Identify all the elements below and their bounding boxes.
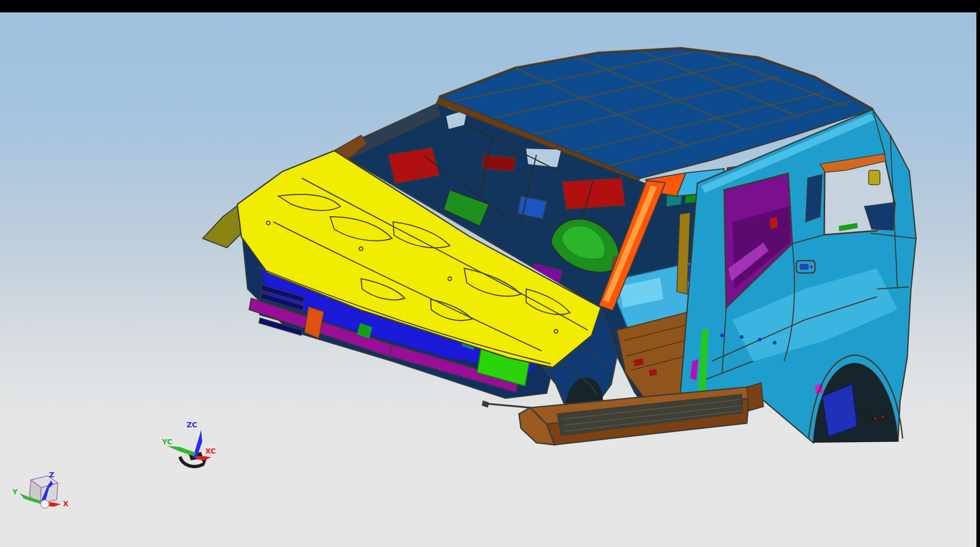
abs-x-label: X [63,500,69,508]
wcs-triad[interactable]: ZC YC XC [161,421,216,468]
abs-y-label: Y [12,488,18,496]
wcs-x-label: XC [205,447,216,455]
wcs-x-axis[interactable] [196,456,211,460]
wcs-z-label: ZC [187,421,197,429]
front-rod-tip [482,400,489,408]
abs-z-label: Z [49,471,54,479]
c-pillar-inner-navy[interactable] [806,174,822,222]
absolute-csys-triad[interactable]: Z Y X [12,471,69,508]
wcs-y-label: YC [161,438,172,446]
front-rod-detail[interactable] [485,404,530,408]
window-red-bit[interactable] [770,217,778,229]
rear-door-handle[interactable] [796,261,815,273]
cabin-red-bracket-right[interactable] [562,178,625,210]
abs-origin-sphere[interactable] [41,500,49,508]
suv-body-in-white[interactable] [203,49,916,445]
quarter-window-tag-yellow[interactable] [869,170,880,185]
model-canvas[interactable]: ZC YC XC Z Y X [0,0,980,547]
wcs-y-axis[interactable] [167,446,195,456]
cad-graphics-window: ZC YC XC Z Y X [0,0,980,547]
